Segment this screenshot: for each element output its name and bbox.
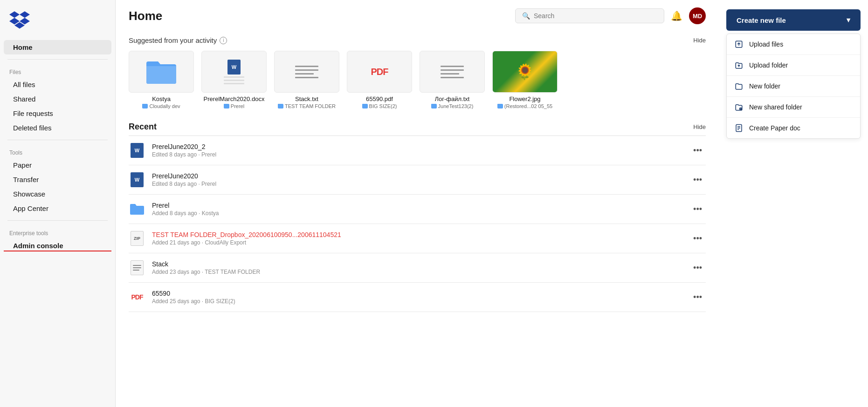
create-btn-label: Create new file: [737, 16, 786, 24]
sidebar-all-files-label: All files: [13, 81, 35, 88]
word-icon-2: W: [131, 172, 144, 187]
sidebar-item-file-requests[interactable]: File requests: [4, 106, 111, 121]
new-shared-folder-label: New shared folder: [749, 103, 802, 111]
recent-row-test-team[interactable]: ZIP TEST TEAM FOLDER_Dropbox_20200610095…: [129, 224, 706, 253]
chevron-down-icon: ▾: [847, 16, 850, 24]
suggested-file-flower[interactable]: 🌻 Flower2.jpg (Restored...02 05_55: [492, 51, 558, 109]
content-area: Suggested from your activity i Hide Kost…: [116, 28, 719, 407]
info-icon[interactable]: i: [220, 37, 227, 44]
recent-header: Recent Hide: [129, 122, 706, 136]
recent-meta-prerel-june-2: Edited 8 days ago · Prerel: [152, 151, 689, 158]
sidebar-deleted-files-label: Deleted files: [13, 124, 52, 132]
upload-folder-icon: [734, 61, 744, 70]
recent-icon-pdf: PDF: [129, 289, 145, 305]
suggested-header: Suggested from your activity i Hide: [129, 36, 706, 44]
recent-row-65590[interactable]: PDF 65590 Added 25 days ago · BIG SIZE(2…: [129, 283, 706, 312]
sidebar-divider-1: [7, 59, 108, 60]
kostya-location: Cloudally dev: [142, 103, 180, 109]
upload-file-icon: [734, 40, 744, 49]
recent-info-prerel-june-2: PrerelJune2020_2 Edited 8 days ago · Pre…: [152, 143, 689, 158]
recent-more-btn-3[interactable]: •••: [689, 203, 706, 216]
dropdown-upload-folder[interactable]: Upload folder: [727, 55, 860, 76]
sidebar-item-transfer[interactable]: Transfer: [4, 172, 111, 187]
dropdown-upload-files[interactable]: Upload files: [727, 34, 860, 55]
stack-location: TEST TEAM FOLDER: [278, 103, 336, 109]
folder-icon-recent: [130, 203, 145, 215]
sidebar-file-requests-label: File requests: [13, 109, 53, 117]
recent-hide-btn[interactable]: Hide: [693, 123, 706, 130]
dropdown-new-folder[interactable]: New folder: [727, 76, 860, 97]
flower-thumb: 🌻: [492, 51, 558, 93]
pdf-thumb: PDF: [347, 51, 412, 93]
create-paper-doc-label: Create Paper doc: [749, 124, 800, 132]
sidebar-shared-label: Shared: [13, 95, 35, 103]
recent-row-prerel-folder[interactable]: Prerel Added 8 days ago · Kostya •••: [129, 195, 706, 224]
sidebar: Home Files All files Shared File request…: [0, 0, 116, 407]
sidebar-home-label: Home: [13, 43, 33, 51]
new-folder-icon: [734, 81, 744, 91]
sunflower-image: 🌻: [493, 51, 557, 92]
kostya-thumb: [129, 51, 194, 93]
sidebar-item-showcase[interactable]: Showcase: [4, 187, 111, 201]
recent-meta-prerel-folder: Added 8 days ago · Kostya: [152, 210, 689, 217]
dropdown-create-paper-doc[interactable]: Create Paper doc: [727, 118, 860, 138]
recent-row-prerel-june[interactable]: W PrerelJune2020 Edited 8 days ago · Pre…: [129, 165, 706, 195]
recent-info-stack: Stack Added 23 days ago · TEST TEAM FOLD…: [152, 260, 689, 275]
recent-meta-prerel-june: Edited 8 days ago · Prerel: [152, 181, 689, 187]
pdf-icon: PDF: [371, 67, 388, 77]
folder-sm-icon: [142, 104, 148, 109]
recent-more-btn-5[interactable]: •••: [689, 261, 706, 275]
new-folder-label: New folder: [749, 82, 780, 90]
recent-info-65590: 65590 Added 25 days ago · BIG SIZE(2): [152, 290, 689, 305]
flower-location: (Restored...02 05_55: [497, 103, 552, 109]
recent-row-stack[interactable]: Stack Added 23 days ago · TEST TEAM FOLD…: [129, 253, 706, 283]
recent-more-btn[interactable]: •••: [689, 144, 706, 157]
folder-sm-icon: [362, 104, 368, 109]
sidebar-item-paper[interactable]: Paper: [4, 158, 111, 172]
recent-more-btn-2[interactable]: •••: [689, 173, 706, 187]
search-box[interactable]: 🔍: [515, 8, 664, 23]
prerel-march-name: PrerelMarch2020.docx: [204, 95, 265, 102]
dropdown-new-shared-folder[interactable]: New shared folder: [727, 97, 860, 118]
notification-bell-icon[interactable]: 🔔: [671, 10, 682, 21]
recent-info-test-team: TEST TEAM FOLDER_Dropbox_202006100950...…: [152, 231, 689, 246]
stack-thumb: [274, 51, 339, 93]
recent-info-prerel-folder: Prerel Added 8 days ago · Kostya: [152, 202, 689, 217]
search-input[interactable]: [534, 12, 657, 20]
suggested-file-kostya[interactable]: Kostya Cloudally dev: [129, 51, 194, 109]
sidebar-divider-2: [7, 140, 108, 140]
sidebar-item-app-center[interactable]: App Center: [4, 201, 111, 216]
suggested-file-log[interactable]: Лог-файл.txt JuneTest123(2): [420, 51, 485, 109]
suggested-file-prerel-march[interactable]: W PrerelMarch2020.docx Prerel: [201, 51, 267, 109]
sidebar-divider-3: [7, 220, 108, 221]
recent-more-btn-6[interactable]: •••: [689, 291, 706, 304]
shared-folder-icon: [734, 102, 744, 112]
sidebar-item-home[interactable]: Home: [4, 40, 111, 54]
recent-row-prerel-june-2[interactable]: W PrerelJune2020_2 Edited 8 days ago · P…: [129, 136, 706, 165]
txt-icon: [131, 260, 144, 275]
log-location: JuneTest123(2): [431, 103, 474, 109]
suggested-files-list: Kostya Cloudally dev W PrerelMarch2020.d: [129, 51, 706, 109]
topbar: Home 🔍 🔔 MD: [116, 0, 719, 28]
folder-sm-icon: [497, 104, 503, 109]
create-new-file-button[interactable]: Create new file ▾: [726, 9, 861, 31]
recent-icon-docx-2: W: [129, 171, 145, 188]
folder-icon: [145, 59, 178, 85]
sidebar-item-all-files[interactable]: All files: [4, 77, 111, 92]
suggested-file-pdf[interactable]: PDF 65590.pdf BIG SIZE(2): [347, 51, 412, 109]
recent-icon-txt: [129, 259, 145, 276]
sidebar-item-admin-console[interactable]: Admin console: [4, 238, 111, 251]
kostya-name: Kostya: [152, 95, 171, 102]
create-dropdown: Upload files Upload folder New folder: [726, 34, 861, 139]
avatar[interactable]: MD: [689, 7, 706, 24]
paper-doc-icon: [734, 123, 744, 133]
suggested-file-stack[interactable]: Stack.txt TEST TEAM FOLDER: [274, 51, 339, 109]
sidebar-tools-section: Tools: [0, 145, 115, 158]
right-panel: Create new file ▾ Upload files: [719, 0, 868, 407]
sidebar-item-deleted-files[interactable]: Deleted files: [4, 121, 111, 135]
sidebar-item-shared[interactable]: Shared: [4, 92, 111, 106]
sidebar-transfer-label: Transfer: [13, 176, 39, 183]
suggested-hide-btn[interactable]: Hide: [693, 37, 706, 44]
topbar-right: 🔍 🔔 MD: [515, 7, 706, 24]
recent-more-btn-4[interactable]: •••: [689, 232, 706, 245]
